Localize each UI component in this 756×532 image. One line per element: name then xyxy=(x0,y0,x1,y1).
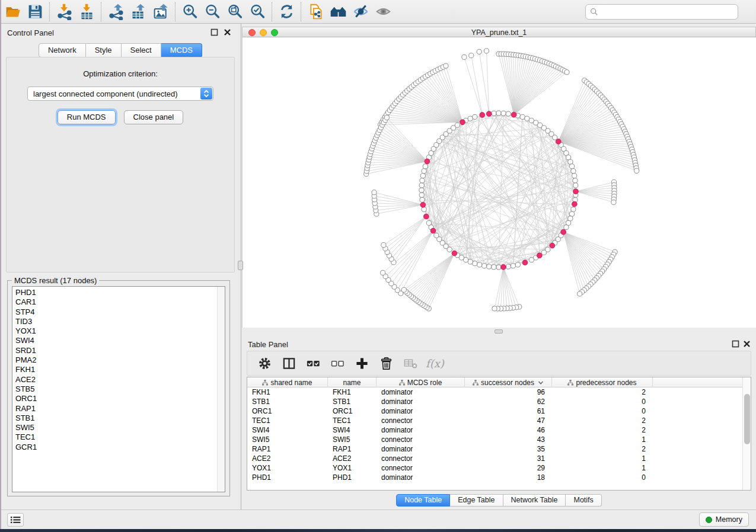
zoom-out-button[interactable] xyxy=(201,1,224,23)
table-panel-header: Table Panel xyxy=(242,335,756,352)
select-all-checks-button[interactable] xyxy=(303,354,323,373)
optimization-criterion-dropdown[interactable]: largest connected component (undirected) xyxy=(27,86,213,101)
table-row[interactable]: ACE2ACE2connector311 xyxy=(247,454,742,463)
import-network-button[interactable] xyxy=(53,1,75,23)
cell-successor-nodes: 35 xyxy=(465,444,552,454)
mcds-result-item[interactable]: STP4 xyxy=(15,307,217,317)
table-row[interactable]: SWI4SWI4dominator462 xyxy=(247,425,742,435)
mcds-result-item[interactable]: YOX1 xyxy=(15,326,217,336)
close-panel-button[interactable] xyxy=(743,340,751,348)
table-row[interactable]: ORC1ORC1dominator610 xyxy=(247,406,742,416)
mcds-result-item[interactable]: ACE2 xyxy=(15,375,217,384)
mcds-result-item[interactable]: STB1 xyxy=(15,414,217,423)
table-row[interactable]: PHD1PHD1dominator180 xyxy=(247,473,742,482)
tab-network[interactable]: Network xyxy=(39,43,86,57)
table-row[interactable]: TEC1TEC1connector472 xyxy=(247,416,742,425)
mcds-result-item[interactable]: TEC1 xyxy=(15,432,217,442)
tab-select[interactable]: Select xyxy=(122,43,161,57)
export-table-button[interactable] xyxy=(127,1,149,23)
desktop-wallpaper-left xyxy=(0,0,1,532)
table-row[interactable]: SWI5SWI5connector431 xyxy=(247,435,742,444)
mcds-result-item[interactable]: PHD1 xyxy=(15,288,217,297)
import-table-button[interactable] xyxy=(75,1,98,23)
delete-table-icon xyxy=(404,357,417,370)
save-button[interactable] xyxy=(24,1,46,23)
table-row[interactable]: FKH1FKH1dominator962 xyxy=(247,387,742,397)
application-window: Control Panel NetworkStyleSelectMCDS Opt… xyxy=(0,0,756,532)
show-all-button[interactable] xyxy=(372,1,394,23)
table-scrollbar-thumb[interactable] xyxy=(744,394,750,444)
table-settings-button[interactable] xyxy=(254,354,275,373)
table-panel-tabs: Node TableEdge TableNetwork TableMotifs xyxy=(242,494,756,507)
column-header-name[interactable]: name xyxy=(328,377,377,387)
table-row[interactable]: YOX1YOX1connector291 xyxy=(247,463,742,473)
splitter-handle[interactable] xyxy=(238,261,243,270)
tab-motifs[interactable]: Motifs xyxy=(566,494,601,507)
tab-network-table[interactable]: Network Table xyxy=(503,494,566,507)
mcds-result-item[interactable]: GCR1 xyxy=(15,443,217,452)
export-network-button[interactable] xyxy=(104,1,127,23)
run-mcds-button[interactable]: Run MCDS xyxy=(58,110,116,124)
show-panels-menu-button[interactable] xyxy=(7,513,24,527)
zoom-fit-icon xyxy=(227,3,244,20)
dropdown-stepper-icon xyxy=(200,88,212,100)
mcds-list-scrollbar[interactable] xyxy=(217,287,225,492)
table-scrollbar[interactable] xyxy=(742,377,751,490)
horizontal-splitter[interactable] xyxy=(242,328,756,335)
table-row[interactable]: STB1STB1dominator620 xyxy=(247,397,742,406)
tab-style[interactable]: Style xyxy=(86,43,122,57)
network-window-title: YPA_prune.txt_1 xyxy=(243,28,755,37)
add-column-button[interactable] xyxy=(352,354,372,373)
mcds-result-item[interactable]: FKH1 xyxy=(15,365,217,374)
tab-node-table[interactable]: Node Table xyxy=(396,494,450,507)
cell-successor-nodes: 46 xyxy=(465,425,552,435)
mcds-result-item[interactable]: SRD1 xyxy=(15,346,217,355)
refresh-icon xyxy=(278,3,295,20)
cell-successor-nodes: 43 xyxy=(465,435,552,444)
network-canvas[interactable] xyxy=(242,37,756,328)
new-network-from-selection-button[interactable] xyxy=(304,1,327,23)
show-columns-button[interactable] xyxy=(279,354,299,373)
cell-predecessor-nodes: 1 xyxy=(552,435,653,444)
float-panel-button[interactable] xyxy=(732,340,739,348)
splitter-handle[interactable] xyxy=(495,329,503,334)
tab-mcds[interactable]: MCDS xyxy=(161,43,202,57)
zoom-fit-button[interactable] xyxy=(224,1,246,23)
export-image-button[interactable] xyxy=(149,1,172,23)
column-header-successor-nodes[interactable]: successor nodes xyxy=(465,377,552,387)
cell-name: YOX1 xyxy=(328,463,377,473)
tree-column-icon xyxy=(473,380,479,386)
mcds-result-item[interactable]: ORC1 xyxy=(15,394,217,403)
cell-name: PHD1 xyxy=(328,473,377,482)
import-network-icon xyxy=(56,3,73,20)
column-header-MCDS-role[interactable]: MCDS role xyxy=(377,377,465,387)
memory-button[interactable]: Memory xyxy=(699,512,749,527)
column-header-shared-name[interactable]: shared name xyxy=(247,377,328,387)
open-file-button[interactable] xyxy=(1,1,24,23)
mcds-result-item[interactable]: RAP1 xyxy=(15,404,217,414)
function-builder-button[interactable]: f(x) xyxy=(426,357,444,370)
clear-all-checks-button[interactable] xyxy=(327,354,347,373)
mcds-result-item[interactable]: CAR1 xyxy=(15,297,217,307)
cell-shared-name: TEC1 xyxy=(247,416,328,425)
table-row[interactable]: RAP1RAP1dominator352 xyxy=(247,444,742,454)
mcds-result-item[interactable]: SWI4 xyxy=(15,336,217,345)
column-header-predecessor-nodes[interactable]: predecessor nodes xyxy=(552,377,653,387)
zoom-selected-button[interactable] xyxy=(246,1,269,23)
mcds-result-item[interactable]: TID3 xyxy=(15,317,217,326)
search-input[interactable] xyxy=(598,6,738,18)
hide-selected-button[interactable] xyxy=(349,1,372,23)
mcds-result-item[interactable]: PMA2 xyxy=(15,355,217,365)
delete-columns-button[interactable] xyxy=(376,354,396,373)
mcds-result-item[interactable]: STB5 xyxy=(15,384,217,394)
float-panel-button[interactable] xyxy=(210,28,218,36)
network-window-titlebar[interactable]: YPA_prune.txt_1 xyxy=(242,27,756,37)
tab-edge-table[interactable]: Edge Table xyxy=(450,494,503,507)
close-panel-button[interactable]: Close panel xyxy=(124,110,184,124)
zoom-in-button[interactable] xyxy=(178,1,201,23)
mcds-result-item[interactable]: SWI5 xyxy=(15,423,217,432)
delete-table-button[interactable] xyxy=(400,354,420,373)
first-neighbors-button[interactable] xyxy=(327,1,349,23)
close-panel-button[interactable] xyxy=(224,28,231,36)
refresh-button[interactable] xyxy=(275,1,298,23)
